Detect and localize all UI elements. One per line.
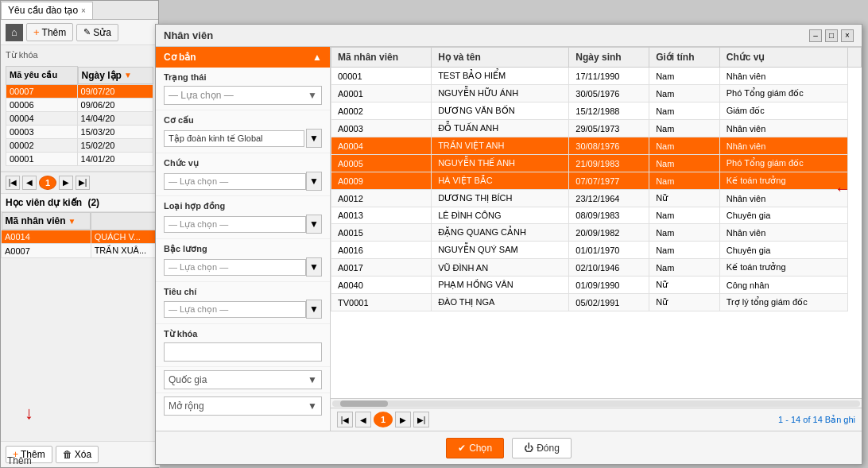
filter-cocan-value[interactable]: Tập đoàn kinh tế Global [164,130,304,147]
scroll-track[interactable] [332,400,860,407]
table-row[interactable]: A0016 NGUYỄN QUÝ SAM 01/01/1970 Nam Chuy… [331,242,862,259]
them-bottom-label: Thêm [7,455,32,466]
cell-emp-ma: A0001 [331,85,432,102]
main-data-table: Mã yêu cầu Ngày lập ▼ 0000709/07/2000006… [6,66,153,166]
table-row[interactable]: 0000114/01/20 [6,152,153,165]
sub-filter-icon[interactable]: ▼ [68,217,76,226]
filter-status-label: Trạng thái [164,72,322,83]
cell-emp-gt: Nữ [649,277,720,294]
choose-button[interactable]: ✔ Chọn [446,438,504,458]
home-icon[interactable]: ⌂ [6,24,23,41]
first-page-btn[interactable]: |◀ [6,176,20,190]
table-row[interactable]: 0000215/02/20 [6,138,153,152]
filter-morong-select[interactable]: Mở rộng ▼ [164,396,322,416]
add-button[interactable]: + Thêm [26,23,73,41]
table-row[interactable]: A0013 LÊ ĐÌNH CÔNG 08/09/1983 Nam Chuyên… [331,207,862,224]
filter-icon[interactable]: ▼ [124,71,132,79]
main-window: Yêu cầu đào tạo × ⌂ + Thêm ✎ Sửa Từ khóa… [0,0,159,468]
cell-emp-ten: ĐỖ TUẤN ANH [432,120,569,137]
table-row[interactable]: A0015 ĐẶNG QUANG CẢNH 20/09/1982 Nam Nhâ… [331,224,862,242]
table-row[interactable]: TV0001 ĐÀO THỊ NGA 05/02/1991 Nữ Trợ lý … [331,294,862,311]
table-row[interactable]: 0000709/07/20 [6,84,153,98]
filter-panel: Cơ bản ▲ Trạng thái — Lựa chọn — ▼ Cơ cấ… [156,47,331,431]
table-row[interactable]: A0014QUÁCH V... [2,230,158,244]
filter-chucvu-row: — Lựa chọn — ▼ [164,172,322,191]
filter-basic-header[interactable]: Cơ bản ▲ [156,47,330,68]
filter-tieuchi-select[interactable]: — Lựa chọn — [164,301,306,318]
prev-page-btn[interactable]: ◀ [22,176,37,190]
grid-prev-btn[interactable]: ◀ [355,412,371,427]
last-page-btn[interactable]: ▶| [76,176,90,190]
modal-body: Cơ bản ▲ Trạng thái — Lựa chọn — ▼ Cơ cấ… [156,47,862,431]
filter-chucvu-select[interactable]: — Lựa chọn — [164,173,306,190]
cell-emp-ten: TEST BẢO HIỂM [432,68,569,85]
filter-tukhoa-group: Từ khóa [156,324,330,367]
cell-emp-ngay: 01/01/1970 [569,242,649,259]
close-modal-button[interactable]: ⏻ Đóng [512,438,572,458]
cell-emp-ngay: 23/12/1964 [569,190,649,207]
filter-loaihd-arrow[interactable]: ▼ [306,215,322,234]
filter-loaihd-select[interactable]: — Lựa chọn — [164,216,306,233]
table-row[interactable]: A0040 PHẠM HỒNG VÂN 01/09/1990 Nữ Công n… [331,277,862,294]
table-row[interactable]: A0002 DƯƠNG VĂN BỐN 15/12/1988 Nam Giám … [331,102,862,120]
table-row[interactable]: 00001 TEST BẢO HIỂM 17/11/1990 Nam Nhân … [331,68,862,85]
cell-emp-ngay: 15/12/1988 [569,102,649,120]
cell-sub-ten: TRẦN XUÂ... [91,244,157,258]
filter-quocgia-select[interactable]: Quốc gia ▼ [164,370,322,389]
cell-emp-ngay: 29/05/1973 [569,120,649,137]
filter-bacluong-arrow[interactable]: ▼ [306,257,322,277]
cell-emp-ngay: 21/09/1983 [569,155,649,172]
table-row[interactable]: A0004 TRẦN VIỆT ANH 30/08/1976 Nam Nhân … [331,137,862,155]
cell-emp-gt: Nam [649,155,720,172]
table-row[interactable]: A0007TRẦN XUÂ... [2,244,158,258]
main-tab[interactable]: Yêu cầu đào tạo × [1,2,93,19]
scroll-thumb[interactable] [340,400,388,407]
cell-emp-gt: Nữ [649,190,720,207]
table-row[interactable]: A0001 NGUYỄN HỮU ÁNH 30/05/1976 Nam Phó … [331,85,862,102]
choose-label: Chọn [469,443,492,454]
grid-next-btn[interactable]: ▶ [395,412,411,427]
filter-cocan-btn[interactable]: ▼ [306,129,322,148]
grid-first-btn[interactable]: |◀ [337,412,353,427]
modal-restore-btn[interactable]: □ [825,29,838,42]
cell-emp-ten: HÀ VIỆT BẮC [432,172,569,190]
current-page: 1 [39,176,56,190]
arrow-down-indicator: ↓ [25,403,33,424]
table-row[interactable]: A0003 ĐỖ TUẤN ANH 29/05/1973 Nam Nhân vi… [331,120,862,137]
table-row[interactable]: 0000315/03/20 [6,125,153,138]
filter-tieuchi-arrow[interactable]: ▼ [306,300,322,319]
filter-chucvu-arrow[interactable]: ▼ [306,172,322,191]
cell-emp-ngay: 20/09/1982 [569,224,649,242]
data-panel: Mã nhân viên Họ và tên Ngày sinh Giới tí… [331,47,862,431]
cell-ngay: 14/04/20 [77,111,153,125]
table-row[interactable]: A0012 DƯƠNG THỊ BÍCH 23/12/1964 Nữ Nhân … [331,190,862,207]
grid-current-page: 1 [374,412,393,427]
table-row[interactable]: A0005 NGUYỄN THẾ ANH 21/09/1983 Nam Phó … [331,155,862,172]
table-row[interactable]: 0000414/04/20 [6,111,153,125]
cell-emp-ten: DƯƠNG THỊ BÍCH [432,190,569,207]
filter-tukhoa-input[interactable] [164,342,322,362]
modal-minimize-btn[interactable]: – [809,29,822,42]
cell-ma: 00006 [6,98,78,111]
grid-last-btn[interactable]: ▶| [413,412,429,427]
cell-emp-ten: VŨ ĐÌNH AN [432,259,569,277]
table-row[interactable]: A0017 VŨ ĐÌNH AN 02/10/1946 Nam Kế toán … [331,259,862,277]
filter-status-select[interactable]: — Lựa chọn — ▼ [164,86,322,105]
table-row[interactable]: 0000609/06/20 [6,98,153,111]
cell-emp-cv: Kế toán trưởng [719,172,847,190]
next-page-btn[interactable]: ▶ [59,176,73,190]
bottom-del-button[interactable]: 🗑 Xóa [56,446,99,463]
tab-close-icon[interactable]: × [81,6,86,15]
cell-emp-ma: A0005 [331,155,432,172]
table-row[interactable]: A0009 HÀ VIỆT BẮC 07/07/1977 Nam Kế toán… [331,172,862,190]
search-section: Từ khóa Mã yêu cầu Ngày lập ▼ 0000709/07… [1,45,158,172]
modal-title-bar: Nhân viên – □ × [156,25,862,47]
filter-bacluong-select[interactable]: — Lựa chọn — [164,259,306,276]
cell-emp-cv: Phó Tổng giám đốc [719,85,847,102]
horizontal-scrollbar[interactable] [331,398,862,408]
modal-close-btn[interactable]: × [841,29,854,42]
edit-button[interactable]: ✎ Sửa [76,24,118,41]
employee-table: Mã nhân viên Họ và tên Ngày sinh Giới tí… [331,47,862,311]
main-toolbar: ⌂ + Thêm ✎ Sửa [1,20,158,45]
filter-bacluong-row: — Lựa chọn — ▼ [164,257,322,277]
